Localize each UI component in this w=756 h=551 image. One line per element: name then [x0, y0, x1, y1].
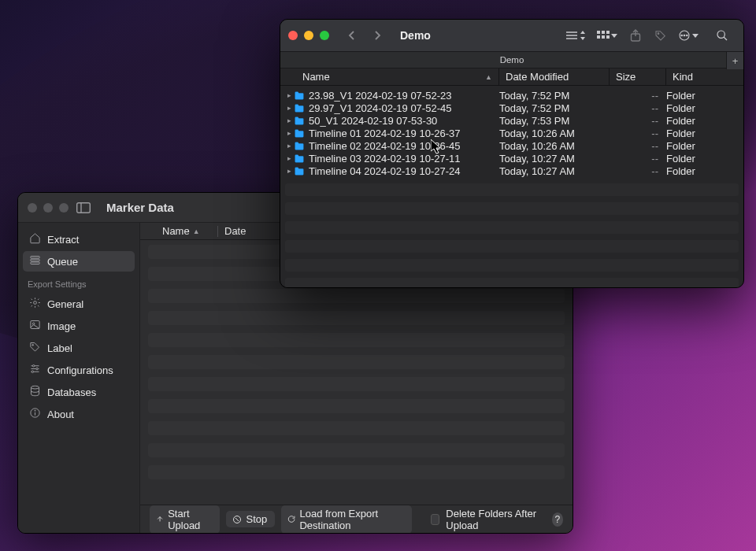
column-name-label: Name [302, 71, 330, 83]
disclosure-triangle-icon[interactable]: ▸ [285, 129, 293, 137]
empty-row-stripe [285, 278, 739, 287]
folder-icon [293, 104, 306, 113]
disclosure-triangle-icon[interactable]: ▸ [285, 91, 293, 99]
sidebar-item-databases[interactable]: Databases [23, 382, 135, 402]
sidebar-item-queue[interactable]: Queue [23, 251, 135, 272]
stop-button[interactable]: Stop [226, 511, 275, 527]
column-size[interactable]: Size [610, 68, 666, 85]
list-item [148, 333, 565, 347]
disclosure-triangle-icon[interactable]: ▸ [285, 167, 293, 175]
load-from-export-button[interactable]: Load from Export Destination [281, 505, 412, 534]
minimize-button[interactable] [43, 203, 53, 213]
sort-asc-icon: ▲ [193, 227, 200, 235]
file-name: Timeline 02 2024-02-19 10-26-45 [306, 140, 499, 152]
file-size: -- [610, 140, 666, 152]
load-from-label: Load from Export Destination [299, 508, 403, 531]
delete-after-checkbox[interactable] [431, 514, 440, 525]
start-upload-button[interactable]: Start Upload [150, 505, 220, 534]
column-name[interactable]: Name ▲ [156, 225, 217, 237]
svg-marker-32 [611, 34, 617, 38]
traffic-lights [28, 203, 69, 213]
sidebar-item-label: General [47, 298, 83, 310]
file-kind: Folder [666, 102, 743, 114]
chevron-updown-icon [580, 31, 586, 40]
file-size: -- [610, 90, 666, 102]
svg-rect-28 [606, 31, 610, 34]
table-row[interactable]: ▸Timeline 04 2024-02-19 10-27-24Today, 1… [280, 165, 743, 177]
sidebar-item-label: Image [47, 320, 76, 332]
finder-toolbar: Demo [280, 20, 743, 51]
disclosure-triangle-icon[interactable]: ▸ [285, 142, 293, 150]
disclosure-triangle-icon[interactable]: ▸ [285, 154, 293, 162]
finder-file-list: ▸23.98_V1 2024-02-19 07-52-23Today, 7:52… [280, 86, 743, 287]
nav-forward-button[interactable] [367, 30, 387, 41]
column-date-modified[interactable]: Date Modified [499, 68, 610, 85]
sidebar-item-extract[interactable]: Extract [23, 229, 135, 250]
sort-asc-icon: ▲ [485, 73, 492, 81]
sidebar-item-label: Queue [47, 256, 78, 268]
column-date[interactable]: Date [218, 225, 252, 237]
sidebar-item-label: Extract [47, 234, 79, 246]
share-button[interactable] [625, 29, 646, 42]
sidebar-item-configurations[interactable]: Configurations [23, 360, 135, 380]
svg-rect-3 [31, 259, 39, 261]
tags-button[interactable] [650, 29, 671, 42]
table-row[interactable]: ▸Timeline 02 2024-02-19 10-26-45Today, 1… [280, 139, 743, 152]
column-kind[interactable]: Kind [666, 68, 743, 85]
tab-demo[interactable]: Demo [280, 55, 743, 65]
folder-icon [293, 129, 306, 138]
zoom-button[interactable] [59, 203, 69, 213]
svg-rect-27 [602, 31, 605, 34]
close-button[interactable] [28, 203, 37, 213]
view-list-button[interactable] [562, 31, 589, 40]
svg-rect-0 [77, 202, 91, 213]
list-item [148, 289, 565, 303]
new-tab-button[interactable]: + [726, 52, 743, 69]
folder-icon [293, 116, 306, 125]
svg-marker-39 [692, 34, 699, 38]
sidebar-item-general[interactable]: General [23, 294, 135, 314]
delete-after-label: Delete Folders After Upload [446, 508, 545, 531]
empty-row-stripe [285, 183, 739, 196]
table-row[interactable]: ▸Timeline 03 2024-02-19 10-27-11Today, 1… [280, 152, 743, 165]
svg-point-40 [717, 31, 724, 38]
disclosure-triangle-icon[interactable]: ▸ [285, 116, 293, 124]
sidebar-item-image[interactable]: Image [23, 316, 135, 336]
help-button[interactable]: ? [552, 512, 563, 527]
list-item [148, 443, 565, 457]
svg-point-12 [32, 365, 35, 368]
disclosure-triangle-icon[interactable]: ▸ [285, 104, 293, 112]
folder-icon [293, 154, 306, 163]
list-item [148, 355, 565, 369]
svg-point-37 [684, 35, 685, 36]
finder-list-header: Name ▲ Date Modified Size Kind [280, 68, 743, 86]
group-by-button[interactable] [594, 31, 621, 40]
file-size: -- [610, 115, 666, 127]
sidebar-item-label[interactable]: Label [23, 338, 135, 358]
chevron-down-icon [611, 32, 617, 39]
close-button[interactable] [288, 31, 298, 40]
table-row[interactable]: ▸23.98_V1 2024-02-19 07-52-23Today, 7:52… [280, 89, 743, 102]
action-menu-button[interactable] [676, 29, 701, 42]
empty-row-stripe [285, 202, 739, 215]
file-kind: Folder [666, 165, 743, 177]
search-button[interactable] [712, 29, 732, 42]
table-row[interactable]: ▸Timeline 01 2024-02-19 10-26-37Today, 1… [280, 127, 743, 139]
svg-point-5 [34, 301, 37, 305]
sidebar-toggle-icon[interactable] [73, 202, 94, 213]
file-kind: Folder [666, 153, 743, 165]
svg-point-13 [36, 368, 39, 370]
empty-row-stripe [285, 240, 739, 253]
zoom-button[interactable] [320, 31, 329, 40]
nav-back-button[interactable] [342, 30, 362, 41]
sidebar-item-label: Databases [47, 386, 96, 398]
queue-icon [29, 254, 41, 268]
column-name[interactable]: Name ▲ [280, 68, 499, 85]
tag-icon [29, 341, 41, 355]
sidebar-item-about[interactable]: About [23, 404, 135, 424]
file-name: Timeline 01 2024-02-19 10-26-37 [306, 128, 499, 139]
empty-row-stripe [285, 221, 739, 234]
minimize-button[interactable] [304, 31, 313, 40]
table-row[interactable]: ▸50_V1 2024-02-19 07-53-30Today, 7:53 PM… [280, 114, 743, 127]
table-row[interactable]: ▸29.97_V1 2024-02-19 07-52-45Today, 7:52… [280, 102, 743, 114]
